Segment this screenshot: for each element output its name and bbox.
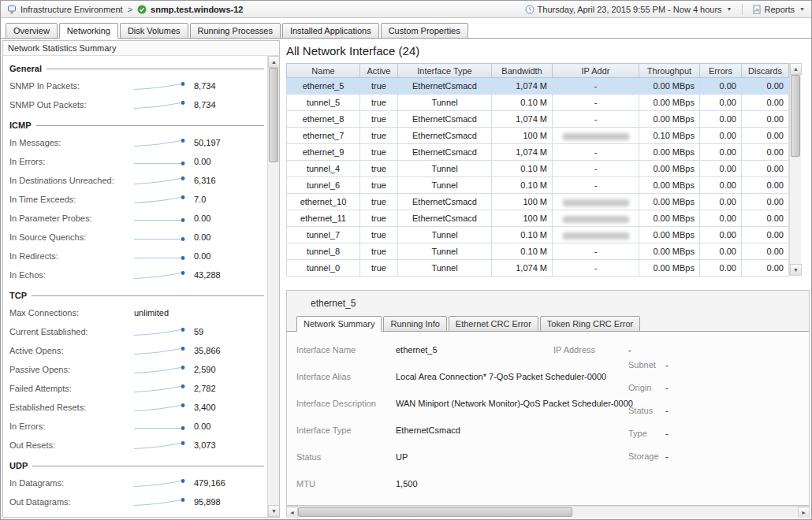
table-row[interactable]: ethernet_7trueEthernetCsmacd100 M0.10 MB… [287, 128, 789, 144]
column-header-bandwidth[interactable]: Bandwidth [492, 64, 553, 78]
field-label: Origin [628, 383, 665, 392]
tab-networking[interactable]: Networking [59, 23, 118, 39]
reports-menu[interactable]: Reports ▼ [752, 5, 805, 14]
scrollbar-track[interactable] [298, 507, 798, 518]
table-row[interactable]: tunnel_0trueTunnel1,074 M-0.00 MBps0.000… [287, 260, 789, 277]
stat-value: 59 [192, 327, 203, 336]
field-value: - [665, 451, 669, 461]
stat-value: 0.00 [192, 232, 210, 242]
column-header-throughput[interactable]: Throughput [639, 64, 700, 78]
detail-tab-ethernet-crc-error[interactable]: Ethernet CRC Error [449, 316, 538, 332]
scroll-left-button[interactable]: ◄ [286, 507, 298, 518]
sparkline-chart [132, 270, 192, 280]
blurred-ip-address [563, 133, 629, 140]
cell-discards: 0.00 [742, 210, 789, 227]
table-row[interactable]: ethernet_9trueEthernetCsmacd1,074 M-0.00… [287, 144, 789, 161]
tab-overview[interactable]: Overview [6, 23, 58, 39]
field-value: UP [396, 452, 408, 462]
table-row[interactable]: tunnel_8trueTunnel0.10 M-0.00 MBps0.000.… [287, 243, 789, 260]
cell-discards: 0.00 [742, 194, 789, 210]
sparkline-chart [132, 346, 192, 356]
cell-name: ethernet_8 [287, 111, 360, 128]
stat-row: In Time Exceeds:7.0 [9, 190, 264, 209]
cell-name: ethernet_9 [287, 144, 360, 161]
stat-row: In Errors:0.00 [9, 152, 264, 171]
tab-disk-volumes[interactable]: Disk Volumes [120, 23, 188, 39]
stat-value: 8,734 [192, 81, 216, 91]
detail-tab-running-info[interactable]: Running Info [383, 316, 446, 332]
table-scrollbar[interactable]: ▲ ▼ [789, 63, 801, 276]
stat-value: 8,734 [192, 100, 216, 110]
table-row[interactable]: tunnel_6trueTunnel0.10 M-0.00 MBps0.000.… [287, 177, 789, 194]
cell-type: Tunnel [398, 177, 492, 194]
cell-active: true [360, 260, 398, 277]
detail-field: StatusUP [296, 452, 553, 462]
table-row[interactable]: tunnel_5trueTunnel0.10 M-0.00 MBps0.000.… [287, 95, 789, 111]
scroll-right-button[interactable]: ► [798, 507, 810, 518]
cell-bandwidth: 100 M [492, 210, 553, 227]
scroll-down-button[interactable]: ▼ [790, 264, 802, 276]
cell-name: tunnel_6 [287, 177, 360, 194]
scrollbar-thumb[interactable] [269, 68, 278, 162]
detail-field: Storage- [628, 451, 751, 461]
column-header-ip-addr[interactable]: IP Addr [553, 64, 639, 78]
stats-scrollbar[interactable]: ▲ ▼ [267, 56, 279, 517]
scrollbar-track[interactable] [790, 75, 801, 264]
cell-type: Tunnel [398, 227, 492, 243]
sparkline-chart [132, 195, 192, 205]
sparkline-chart [132, 516, 192, 518]
stat-row: Established Resets:3,400 [9, 398, 264, 417]
stat-label: Out Resets: [9, 440, 132, 450]
table-row[interactable]: tunnel_7trueTunnel0.10 M0.00 MBps0.000.0… [287, 227, 789, 243]
cell-throughput: 0.00 MBps [639, 177, 700, 194]
sparkline-chart [132, 176, 192, 186]
table-row[interactable]: ethernet_10trueEthernetCsmacd100 M0.00 M… [287, 194, 789, 210]
detail-horizontal-scrollbar[interactable]: ◄ ► [286, 506, 810, 518]
stat-value: 3,073 [192, 440, 216, 450]
stat-row: Max Connections:unlimited [9, 303, 264, 322]
tab-running-processes[interactable]: Running Processes [190, 23, 281, 39]
cell-bandwidth: 0.10 M [492, 243, 553, 260]
tab-installed-applications[interactable]: Installed Applications [282, 23, 379, 39]
table-row[interactable]: tunnel_4trueTunnel0.10 M-0.00 MBps0.000.… [287, 161, 789, 177]
stat-value: 2,590 [192, 365, 216, 374]
interfaces-table-zone: NameActiveInterface TypeBandwidthIP Addr… [286, 63, 810, 276]
scrollbar-track[interactable] [268, 68, 279, 505]
table-row[interactable]: ethernet_5trueEthernetCsmacd1,074 M-0.00… [287, 78, 789, 95]
topbar-divider [742, 4, 743, 15]
tab-custom-properties[interactable]: Custom Properties [381, 23, 468, 39]
stat-value: 6,316 [192, 176, 216, 185]
cell-type: EthernetCsmacd [398, 194, 492, 210]
scroll-up-button[interactable]: ▲ [790, 63, 802, 75]
time-range-label: Thursday, April 23, 2015 9:55 PM - Now 4… [538, 5, 722, 14]
stat-value: 0.00 [192, 157, 210, 166]
column-header-interface-type[interactable]: Interface Type [398, 64, 492, 78]
field-label: Type [628, 429, 665, 438]
cell-errors: 0.00 [700, 210, 742, 227]
scrollbar-thumb[interactable] [298, 507, 572, 517]
cell-name: tunnel_8 [287, 243, 360, 260]
section-header-icmp: ICMP [9, 120, 264, 131]
main-content: Network Statistics Summary GeneralSNMP I… [1, 39, 811, 519]
detail-tab-network-summary[interactable]: Network Summary [296, 316, 382, 332]
column-header-errors[interactable]: Errors [700, 64, 742, 78]
cell-name: tunnel_0 [287, 260, 360, 277]
interfaces-header-row: NameActiveInterface TypeBandwidthIP Addr… [287, 64, 789, 78]
column-header-discards[interactable]: Discards [742, 64, 789, 78]
column-header-active[interactable]: Active [360, 64, 398, 78]
scrollbar-thumb[interactable] [791, 75, 800, 157]
scroll-up-button[interactable]: ▲ [268, 56, 279, 68]
time-range-selector[interactable]: Thursday, April 23, 2015 9:55 PM - Now 4… [525, 5, 732, 14]
breadcrumb-link-infrastructure[interactable]: Infrastructure Environment [20, 5, 123, 14]
cell-throughput: 0.00 MBps [639, 227, 700, 243]
cell-type: Tunnel [398, 243, 492, 260]
clock-icon [525, 5, 535, 14]
scroll-down-button[interactable]: ▼ [268, 505, 279, 517]
column-header-name[interactable]: Name [287, 64, 360, 78]
stat-label: In Errors: [9, 422, 132, 431]
field-label: Subnet [628, 360, 665, 370]
detail-tab-token-ring-crc-error[interactable]: Token Ring CRC Error [540, 316, 640, 332]
table-row[interactable]: ethernet_8trueEthernetCsmacd1,074 M-0.00… [287, 111, 789, 128]
table-row[interactable]: ethernet_11trueEthernetCsmacd100 M0.00 M… [287, 210, 789, 227]
cell-active: true [360, 128, 398, 144]
